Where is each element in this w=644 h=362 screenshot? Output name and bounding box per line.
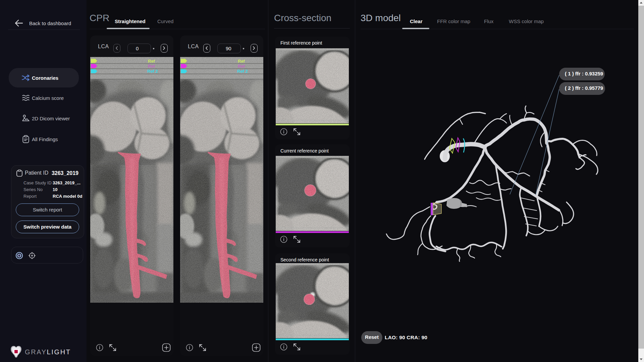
svg-text:Ref 2: Ref 2	[237, 69, 248, 74]
svg-text:Ref: Ref	[238, 59, 245, 64]
svg-text:Ref: Ref	[148, 64, 155, 69]
svg-text:Ref: Ref	[238, 64, 245, 69]
svg-text:Ref 2: Ref 2	[147, 69, 158, 74]
svg-text:Ref: Ref	[148, 59, 155, 64]
